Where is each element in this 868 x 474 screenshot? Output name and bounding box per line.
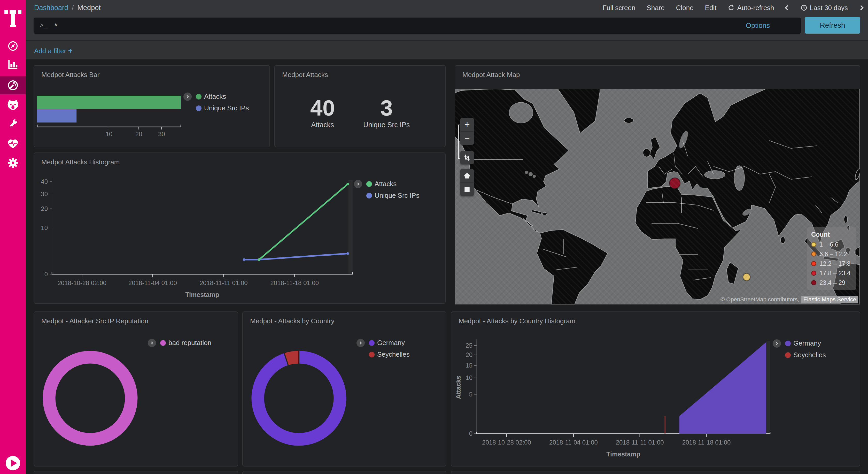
options-link[interactable]: Options (746, 22, 770, 30)
collapse-nav-button[interactable] (6, 456, 20, 470)
svg-text:2018-11-18 01:00: 2018-11-18 01:00 (270, 279, 319, 286)
panel-attacks-by-country-histogram: Medpot - Attacks by Country Histogram 05… (451, 312, 860, 467)
svg-text:30: 30 (41, 190, 48, 198)
svg-text:25: 25 (466, 342, 472, 349)
map-draw-controls (460, 169, 474, 196)
chevron-right-icon (859, 5, 864, 10)
chevron-left-icon (785, 5, 790, 10)
plus-icon: + (68, 46, 73, 55)
clone-button[interactable]: Clone (676, 4, 693, 12)
map-scale-line (458, 125, 459, 159)
world-map[interactable]: + − Count 1 – 6.6 6.6 – 12.2 12.2 – 17.8… (455, 89, 860, 304)
legend-toggle-button[interactable] (354, 180, 362, 188)
svg-text:Timestamp: Timestamp (606, 450, 641, 458)
search-query-input[interactable]: >_ * (34, 18, 801, 34)
wrench-icon (7, 118, 19, 130)
map-legend-title: Count (811, 231, 852, 238)
sidebar-item-visualize[interactable] (0, 55, 26, 73)
legend-toggle-button[interactable] (183, 92, 192, 101)
play-icon (11, 460, 17, 467)
sidebar-item-honeypot[interactable] (0, 96, 26, 114)
legend-item-attacks[interactable]: Attacks (196, 92, 249, 100)
legend: Germany Seychelles (356, 339, 410, 358)
legend-toggle-button[interactable] (356, 339, 365, 347)
edit-button[interactable]: Edit (705, 4, 717, 12)
map-attribution: © OpenStreetMap contributors, Elastic Ma… (720, 296, 858, 303)
svg-text:10: 10 (466, 374, 472, 381)
legend-item-attacks[interactable]: Attacks (366, 180, 419, 188)
legend-item-unique-src-ips[interactable]: Unique Src IPs (196, 104, 249, 112)
panel-medpot-attacks-metric: Medpot Attacks 40 Attacks 3 Unique Src I… (274, 65, 445, 147)
svg-text:Timestamp: Timestamp (185, 291, 219, 298)
panel-medpot-attacks-bar: Medpot Attacks Bar 102030 Attacks Unique… (34, 65, 270, 147)
panel-attacks-by-country: Medpot - Attacks by Country Germany Seyc… (242, 312, 446, 467)
legend-row: 6.6 – 12.2 (811, 250, 852, 258)
metric-label: Unique Src IPs (363, 121, 410, 129)
refresh-button[interactable]: Refresh (805, 17, 860, 34)
svg-text:10: 10 (41, 224, 48, 231)
legend: Attacks Unique Src IPs (183, 92, 249, 112)
bear-icon (6, 99, 20, 110)
ems-attribution-link[interactable]: Elastic Maps Service (801, 296, 858, 303)
ocean-pattern (455, 89, 860, 304)
panel-title[interactable]: Medpot Attack Map (462, 71, 520, 79)
svg-text:Attacks: Attacks (455, 376, 462, 399)
auto-refresh-button[interactable]: Auto-refresh (728, 4, 774, 12)
zoom-out-button[interactable]: − (460, 131, 474, 145)
svg-text:2018-11-04 01:00: 2018-11-04 01:00 (549, 439, 598, 446)
svg-text:20: 20 (466, 351, 472, 358)
svg-text:2018-11-18 01:00: 2018-11-18 01:00 (682, 439, 731, 446)
svg-text:2018-11-11 01:00: 2018-11-11 01:00 (200, 279, 248, 286)
line-chart[interactable]: 0102030402018-10-28 02:002018-11-04 01:0… (34, 153, 445, 303)
legend-row: 1 – 6.6 (811, 241, 852, 248)
box-select-button[interactable] (460, 151, 474, 165)
sidebar-item-tools[interactable] (0, 115, 26, 133)
gauge-icon (7, 79, 19, 91)
osm-attribution-link[interactable]: © OpenStreetMap contributors, (720, 296, 799, 303)
legend-item-germany[interactable]: Germany (785, 339, 826, 347)
svg-text:5: 5 (469, 391, 472, 398)
sidebar-item-settings[interactable] (0, 154, 26, 172)
sidebar-item-dashboard[interactable] (0, 76, 26, 94)
svg-text:0: 0 (44, 271, 48, 277)
legend-toggle-button[interactable] (148, 339, 156, 347)
add-filter-link[interactable]: Add a filter + (34, 46, 72, 55)
legend-item-bad-reputation[interactable]: bad reputation (160, 339, 211, 347)
time-forward-button[interactable] (859, 6, 863, 9)
sidebar-item-discover[interactable] (0, 37, 26, 55)
sidebar (0, 0, 26, 474)
panel-medpot-attacks-histogram: Medpot Attacks Histogram 0102030402018-1… (34, 152, 445, 304)
bar-chart-icon (7, 58, 19, 70)
map-zoom-controls: + − (460, 118, 474, 145)
metric-attacks: 40 Attacks (310, 97, 335, 129)
sidebar-item-monitoring[interactable] (0, 135, 26, 152)
full-screen-button[interactable]: Full screen (602, 4, 635, 12)
donut-chart[interactable] (243, 312, 446, 466)
legend-item-germany[interactable]: Germany (369, 339, 410, 347)
nav-actions: Full screen Share Clone Edit Auto-refres… (602, 0, 863, 16)
rectangle-draw-button[interactable] (460, 182, 474, 196)
area-chart[interactable]: 05101520252018-10-28 02:002018-11-04 01:… (451, 312, 860, 466)
query-bar: >_ * Options Refresh (26, 16, 868, 40)
panel-partial (242, 471, 446, 474)
donut-chart[interactable] (34, 312, 238, 466)
panel-title[interactable]: Medpot Attacks (282, 71, 328, 79)
legend-toggle-button[interactable] (773, 339, 781, 348)
share-button[interactable]: Share (647, 4, 664, 12)
time-back-button[interactable] (785, 6, 789, 9)
metric-value: 40 (310, 97, 335, 119)
panel-partial (451, 471, 860, 474)
telekom-logo[interactable] (4, 7, 22, 30)
svg-text:0: 0 (469, 430, 472, 437)
metric-unique-src-ips: 3 Unique Src IPs (363, 97, 410, 129)
time-picker-button[interactable]: Last 30 days (801, 4, 848, 12)
legend-item-seychelles[interactable]: Seychelles (785, 351, 826, 359)
svg-text:2018-10-28 02:00: 2018-10-28 02:00 (482, 439, 531, 446)
polygon-draw-button[interactable] (460, 169, 474, 182)
breadcrumb-dashboard-link[interactable]: Dashboard (34, 4, 68, 12)
zoom-in-button[interactable]: + (460, 118, 474, 131)
metric-group: 40 Attacks 3 Unique Src IPs (275, 97, 445, 129)
legend-item-unique-src-ips[interactable]: Unique Src IPs (366, 191, 419, 200)
compass-icon (7, 40, 19, 52)
legend-item-seychelles[interactable]: Seychelles (369, 351, 410, 358)
